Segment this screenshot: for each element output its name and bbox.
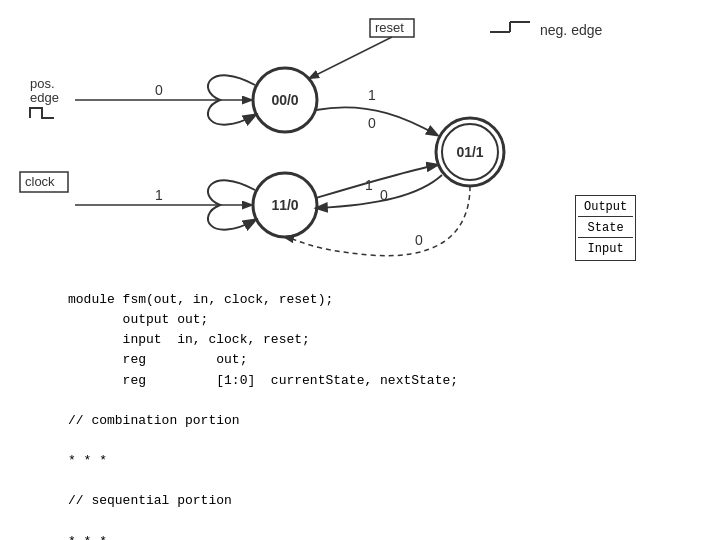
- edge-label-1-top: 1: [368, 87, 376, 103]
- state-00-label: 00/0: [271, 92, 298, 108]
- code-dots2: * * *: [68, 532, 458, 540]
- output-cell: Output: [578, 198, 633, 217]
- code-line-5: reg [1:0] currentState, nextState;: [68, 371, 458, 391]
- code-comment2: // sequential portion: [68, 491, 458, 511]
- code-line-4: reg out;: [68, 350, 458, 370]
- legend-table: Output State Input: [575, 195, 636, 261]
- code-block: module fsm(out, in, clock, reset); outpu…: [68, 290, 458, 540]
- state-01-label: 01/1: [456, 144, 483, 160]
- pos-edge-label: pos.: [30, 76, 55, 91]
- reset-label: reset: [375, 20, 404, 35]
- code-comment1: // combination portion: [68, 411, 458, 431]
- state-cell: State: [578, 219, 633, 238]
- code-line-1: module fsm(out, in, clock, reset);: [68, 290, 458, 310]
- input-1-bottom: 1: [155, 187, 163, 203]
- edge-label-0-mid: 0: [380, 187, 388, 203]
- code-line-3: input in, clock, reset;: [68, 330, 458, 350]
- main-canvas: neg. edge reset pos. edge clock 00/0 11/…: [0, 0, 720, 540]
- pos-edge-label2: edge: [30, 90, 59, 105]
- input-0-top: 0: [155, 82, 163, 98]
- neg-edge-label: neg. edge: [540, 22, 602, 38]
- edge-label-1-mid: 1: [365, 177, 373, 193]
- state-11-label: 11/0: [271, 197, 298, 213]
- code-line-2: output out;: [68, 310, 458, 330]
- input-cell: Input: [578, 240, 633, 258]
- code-dots1: * * *: [68, 451, 458, 471]
- clock-label: clock: [25, 174, 55, 189]
- edge-label-0-bottom: 0: [415, 232, 423, 248]
- svg-line-4: [310, 37, 392, 78]
- edge-label-0-top: 0: [368, 115, 376, 131]
